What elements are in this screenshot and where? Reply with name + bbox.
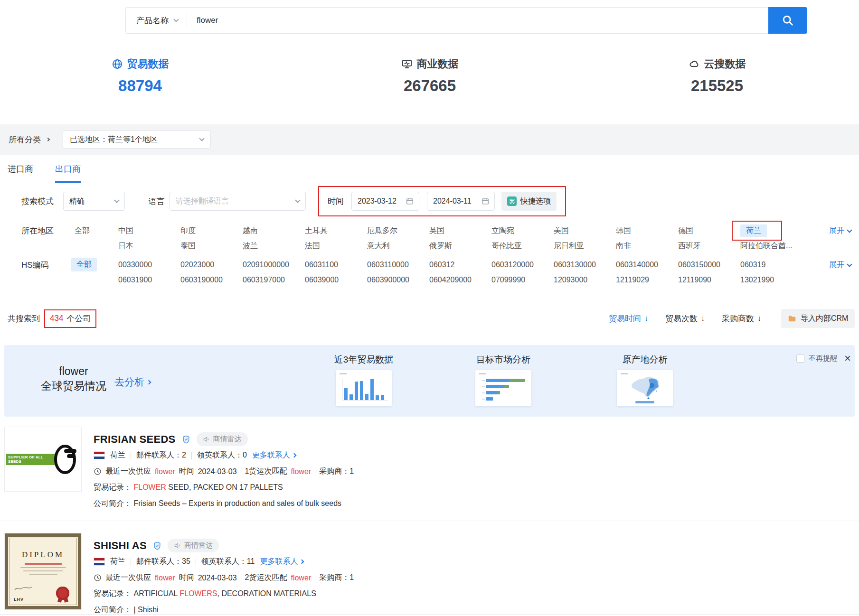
arrow-down-icon: ↓ xyxy=(757,314,761,323)
hs-code-option[interactable]: 06031900 xyxy=(118,276,180,284)
hs-code-option[interactable]: 12119029 xyxy=(616,276,678,284)
filter-row-mode: 搜索模式 精确 语言 请选择翻译语言 时间 2023-03-12 2024-03… xyxy=(21,186,566,217)
stat-trade-data[interactable]: 贸易数据 88794 xyxy=(64,57,216,95)
stat-cloud-search-data[interactable]: 云搜数据 215525 xyxy=(641,57,793,95)
region-option[interactable]: 南非 xyxy=(616,241,678,251)
stat-business-data[interactable]: 商业数据 267665 xyxy=(354,57,506,95)
sort-buyer-count[interactable]: 采购商数 ↓ xyxy=(722,313,761,324)
language-placeholder: 请选择翻译语言 xyxy=(176,196,229,206)
sort-trade-time[interactable]: 贸易时间 ↓ xyxy=(609,313,648,324)
hs-code-option[interactable]: 00330000 xyxy=(118,261,180,269)
search-type-select[interactable]: 产品名称 xyxy=(126,13,187,28)
search-input[interactable] xyxy=(187,8,768,33)
region-expand-button[interactable]: 展开 xyxy=(829,226,851,236)
hs-code-option[interactable]: 0603130000 xyxy=(554,261,616,269)
linkedin-contacts: 领英联系人：0 xyxy=(197,450,247,460)
region-option-selected[interactable]: 荷兰 xyxy=(740,224,802,237)
sort-trade-count[interactable]: 贸易次数 ↓ xyxy=(665,313,705,324)
hs-code-option[interactable]: 0603110000 xyxy=(367,261,429,269)
region-option[interactable]: 意大利 xyxy=(367,241,429,251)
hs-code-option[interactable]: 07099990 xyxy=(491,276,554,284)
hs-code-option[interactable]: 02091000000 xyxy=(243,261,305,269)
import-crm-button[interactable]: 导入内部CRM xyxy=(781,309,855,328)
region-selection-dropdown[interactable]: 已选地区：荷兰等1个地区 xyxy=(63,131,211,149)
banner-subtitle: 全球贸易情况 xyxy=(36,379,112,393)
keyword-highlight: flower xyxy=(291,467,311,476)
region-option[interactable]: 波兰 xyxy=(243,241,305,251)
hs-code-option[interactable]: 0603197000 xyxy=(243,276,305,284)
search-button[interactable] xyxy=(768,7,807,34)
hs-code-option[interactable]: 0603900000 xyxy=(367,276,429,284)
company-meta-row: 荷兰 邮件联系人：2 领英联系人：0 更多联系人 xyxy=(94,450,296,460)
company-logo[interactable]: DIPLOM LHV xyxy=(4,533,82,610)
hs-code-option[interactable]: 0604209000 xyxy=(429,276,491,284)
date-from-field[interactable]: 2023-03-12 xyxy=(351,192,419,211)
hs-expand-button[interactable]: 展开 xyxy=(829,260,851,270)
company-name[interactable]: SHISHI AS xyxy=(94,540,147,552)
region-option[interactable]: 阿拉伯联合酋... xyxy=(740,241,802,251)
region-option[interactable]: 土耳其 xyxy=(305,226,367,236)
region-option[interactable]: 厄瓜多尔 xyxy=(367,226,429,236)
command-icon: ⌘ xyxy=(507,196,517,206)
hs-code-option[interactable]: 12093000 xyxy=(554,276,616,284)
shield-icon[interactable] xyxy=(182,435,190,444)
divider xyxy=(0,521,859,521)
date-to-value: 2024-03-11 xyxy=(433,197,472,205)
region-option[interactable]: 尼日利亚 xyxy=(554,241,616,251)
region-option[interactable]: 中国 xyxy=(118,226,180,236)
close-icon[interactable]: × xyxy=(844,353,851,364)
region-option[interactable]: 韩国 xyxy=(616,226,678,236)
hs-code-option[interactable]: 02023000 xyxy=(180,261,243,269)
tab-exporter[interactable]: 出口商 xyxy=(55,155,81,183)
hs-code-option[interactable]: 0603140000 xyxy=(616,261,678,269)
shield-icon[interactable] xyxy=(153,541,161,551)
hs-code-option[interactable]: 060312 xyxy=(429,261,491,269)
business-radar-badge[interactable]: 商情雷达 xyxy=(168,539,219,552)
hs-code-option[interactable]: 0603150000 xyxy=(678,261,740,269)
logo-band-text: SUPPLIER OF ALL SEEDS xyxy=(6,454,55,465)
hs-code-option[interactable]: 13021990 xyxy=(740,276,802,284)
quick-options-button[interactable]: ⌘ 快捷选项 xyxy=(501,192,557,211)
region-option-all[interactable]: 全部 xyxy=(75,226,90,236)
tab-importer[interactable]: 进口商 xyxy=(8,155,33,183)
region-option[interactable]: 越南 xyxy=(243,226,305,236)
hs-option-all-selected[interactable]: 全部 xyxy=(71,258,97,271)
region-option[interactable]: 印度 xyxy=(180,226,243,236)
hs-code-option[interactable]: 06031100 xyxy=(305,261,367,269)
region-option[interactable]: 立陶宛 xyxy=(491,226,554,236)
language-select[interactable]: 请选择翻译语言 xyxy=(170,192,306,211)
expand-label: 展开 xyxy=(829,226,844,236)
search-mode-select[interactable]: 精确 xyxy=(63,192,125,211)
company-card: SUPPLIER OF ALL SEEDS FRISIAN SEEDS 商情雷达… xyxy=(0,427,859,521)
keyword-highlight: FLOWERS xyxy=(179,589,217,597)
more-contacts-link[interactable]: 更多联系人 xyxy=(260,557,303,567)
company-name[interactable]: FRISIAN SEEDS xyxy=(94,433,176,446)
megaphone-icon xyxy=(203,436,210,443)
region-option[interactable]: 西班牙 xyxy=(678,241,740,251)
breadcrumb-all-categories[interactable]: 所有分类 xyxy=(9,124,49,155)
results-bar: 共搜索到 434 个公司 贸易时间 ↓ 贸易次数 ↓ 采购商数 ↓ 导入内部CR… xyxy=(0,305,859,332)
hs-code-option[interactable]: 0603190000 xyxy=(180,276,243,284)
region-option[interactable]: 美国 xyxy=(554,226,616,236)
go-analyze-link[interactable]: 去分析 xyxy=(114,375,151,389)
stat-value: 215525 xyxy=(641,77,793,95)
region-option[interactable]: 俄罗斯 xyxy=(429,241,491,251)
hs-code-option[interactable]: 060319 xyxy=(740,261,802,269)
stat-value: 267665 xyxy=(354,77,506,95)
hs-code-option[interactable]: 12119090 xyxy=(678,276,740,284)
region-option[interactable]: 英国 xyxy=(429,226,491,236)
business-radar-badge[interactable]: 商情雷达 xyxy=(197,432,248,446)
region-option[interactable]: 德国 xyxy=(678,226,740,236)
region-option[interactable]: 日本 xyxy=(118,241,180,251)
date-to-field[interactable]: 2024-03-11 xyxy=(427,192,495,211)
region-option[interactable]: 法国 xyxy=(305,241,367,251)
region-option[interactable]: 泰国 xyxy=(180,241,243,251)
hs-code-option[interactable]: 06039000 xyxy=(305,276,367,284)
more-contacts-link[interactable]: 更多联系人 xyxy=(252,450,296,460)
radar-label: 商情雷达 xyxy=(213,435,242,444)
region-option[interactable]: 哥伦比亚 xyxy=(491,241,554,251)
clock-icon xyxy=(94,574,102,582)
hs-code-option[interactable]: 0603120000 xyxy=(491,261,554,269)
dont-remind-checkbox[interactable] xyxy=(796,355,804,363)
company-logo[interactable]: SUPPLIER OF ALL SEEDS xyxy=(4,427,82,492)
